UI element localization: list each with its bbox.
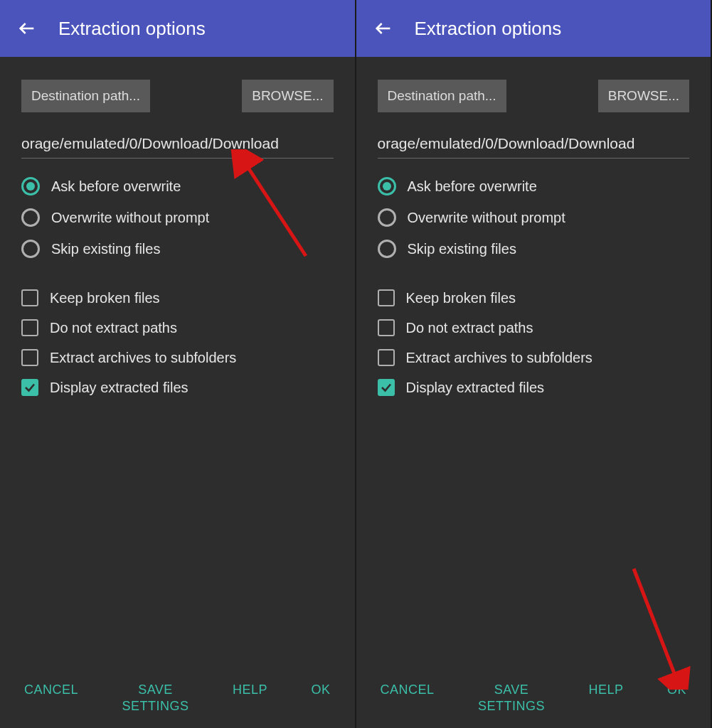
checkbox-icon — [378, 289, 395, 306]
checkbox-icon — [378, 349, 395, 366]
content: Destination path... BROWSE... Ask before… — [0, 57, 355, 678]
radio-ask-before-overwrite[interactable]: Ask before overwrite — [378, 177, 690, 196]
checkbox-icon — [21, 379, 38, 396]
checkbox-label: Display extracted files — [50, 380, 188, 396]
checkbox-label: Display extracted files — [406, 380, 545, 396]
checkbox-keep-broken-files[interactable]: Keep broken files — [21, 289, 334, 306]
pane-right: Extraction options Destination path... B… — [356, 0, 713, 728]
radio-label: Ask before overwrite — [408, 178, 537, 195]
help-button[interactable]: HELP — [230, 678, 270, 702]
radio-label: Skip existing files — [408, 241, 516, 257]
destination-path-button[interactable]: Destination path... — [378, 80, 506, 112]
radio-label: Ask before overwrite — [51, 178, 181, 195]
checkbox-icon — [21, 289, 38, 306]
destination-path-input[interactable] — [378, 132, 690, 159]
checkbox-icon — [378, 319, 395, 336]
radio-icon — [21, 177, 40, 196]
checkbox-label: Do not extract paths — [50, 320, 177, 336]
radio-skip-existing-files[interactable]: Skip existing files — [378, 240, 690, 258]
checkbox-display-extracted-files[interactable]: Display extracted files — [378, 379, 690, 396]
back-arrow-icon[interactable] — [373, 18, 393, 38]
radio-overwrite-without-prompt[interactable]: Overwrite without prompt — [378, 208, 690, 227]
help-button[interactable]: HELP — [585, 678, 626, 702]
checkbox-keep-broken-files[interactable]: Keep broken files — [378, 289, 690, 306]
checkbox-do-not-extract-paths[interactable]: Do not extract paths — [378, 319, 690, 336]
overwrite-radio-group: Ask before overwrite Overwrite without p… — [21, 177, 334, 271]
options-checkbox-group: Keep broken files Do not extract paths E… — [378, 289, 690, 409]
checkbox-label: Keep broken files — [50, 290, 160, 306]
bottom-bar: CANCEL SAVE SETTINGS HELP OK — [356, 678, 711, 728]
radio-icon — [378, 240, 396, 258]
checkbox-icon — [21, 319, 38, 336]
radio-label: Overwrite without prompt — [408, 210, 565, 226]
bottom-bar: CANCEL SAVE SETTINGS HELP OK — [0, 678, 355, 728]
checkbox-label: Extract archives to subfolders — [406, 350, 593, 366]
checkbox-icon — [378, 379, 395, 396]
page-title: Extraction options — [58, 18, 206, 40]
checkbox-extract-to-subfolders[interactable]: Extract archives to subfolders — [21, 349, 334, 366]
radio-label: Skip existing files — [51, 241, 160, 257]
checkbox-display-extracted-files[interactable]: Display extracted files — [21, 379, 334, 396]
ok-button[interactable]: OK — [308, 678, 333, 702]
destination-path-input[interactable] — [21, 132, 334, 159]
radio-icon — [378, 177, 396, 196]
ok-button[interactable]: OK — [664, 678, 689, 702]
radio-overwrite-without-prompt[interactable]: Overwrite without prompt — [21, 208, 334, 227]
radio-icon — [378, 208, 396, 227]
save-settings-button[interactable]: SAVE SETTINGS — [475, 678, 548, 718]
page-title: Extraction options — [415, 18, 562, 40]
checkbox-extract-to-subfolders[interactable]: Extract archives to subfolders — [378, 349, 690, 366]
browse-button[interactable]: BROWSE... — [598, 80, 689, 112]
radio-icon — [21, 240, 40, 258]
checkbox-icon — [21, 349, 38, 366]
radio-label: Overwrite without prompt — [51, 210, 209, 226]
options-checkbox-group: Keep broken files Do not extract paths E… — [21, 289, 334, 409]
overwrite-radio-group: Ask before overwrite Overwrite without p… — [378, 177, 690, 271]
radio-ask-before-overwrite[interactable]: Ask before overwrite — [21, 177, 334, 196]
appbar: Extraction options — [356, 0, 711, 57]
radio-icon — [21, 208, 40, 227]
browse-button[interactable]: BROWSE... — [242, 80, 333, 112]
radio-skip-existing-files[interactable]: Skip existing files — [21, 240, 334, 258]
save-settings-button[interactable]: SAVE SETTINGS — [119, 678, 192, 718]
appbar: Extraction options — [0, 0, 355, 57]
pane-left: Extraction options Destination path... B… — [0, 0, 356, 728]
checkbox-label: Keep broken files — [406, 290, 516, 306]
checkbox-label: Do not extract paths — [406, 320, 533, 336]
checkbox-do-not-extract-paths[interactable]: Do not extract paths — [21, 319, 334, 336]
checkbox-label: Extract archives to subfolders — [50, 350, 236, 366]
cancel-button[interactable]: CANCEL — [378, 678, 437, 702]
content: Destination path... BROWSE... Ask before… — [356, 57, 711, 678]
destination-path-button[interactable]: Destination path... — [21, 80, 150, 112]
back-arrow-icon[interactable] — [17, 18, 37, 38]
cancel-button[interactable]: CANCEL — [21, 678, 81, 702]
